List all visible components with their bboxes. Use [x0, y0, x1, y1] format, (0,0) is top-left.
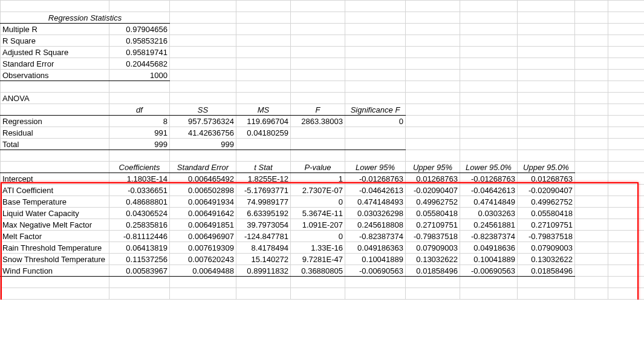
coef-header-pvalue: P-value: [291, 162, 345, 173]
anova-cell: 8: [109, 116, 170, 127]
coef-cell: 0.030326298: [345, 208, 406, 219]
coef-header-upper95b: Upper 95.0%: [518, 162, 575, 173]
coef-cell: 0.474148493: [345, 196, 406, 208]
coef-cell: -0.82387374: [460, 231, 518, 242]
coef-cell: -0.00690563: [345, 265, 406, 277]
coef-cell: 8.4178494: [236, 242, 291, 254]
coef-row-label: Wind Function: [1, 265, 109, 277]
reg-stat-value: 1000: [109, 70, 170, 81]
coef-row-label: Intercept: [1, 173, 109, 185]
anova-cell: [345, 139, 406, 150]
coef-cell: -0.02090407: [518, 185, 575, 196]
coef-row-label: Max Negative Melt Factor: [1, 219, 109, 231]
coef-cell: 0.36880805: [291, 265, 345, 277]
anova-cell: 999: [170, 139, 236, 150]
coef-cell: 0.05580418: [406, 208, 460, 219]
anova-cell: [291, 139, 345, 150]
coef-cell: 39.7973054: [236, 219, 291, 231]
coef-header-tstat: t Stat: [236, 162, 291, 173]
coef-cell: -0.02090407: [406, 185, 460, 196]
coef-cell: 1.33E-16: [291, 242, 345, 254]
coef-cell: 0.47414849: [460, 196, 518, 208]
coef-cell: 2.7307E-07: [291, 185, 345, 196]
anova-cell: 2863.38003: [291, 116, 345, 127]
anova-row-label: Residual: [1, 127, 109, 139]
coef-cell: 0.13032622: [518, 254, 575, 265]
reg-stat-label: Adjusted R Square: [1, 47, 109, 58]
coef-cell: 0.04306524: [109, 208, 170, 219]
coef-cell: 0.07909003: [518, 242, 575, 254]
reg-stats-header: Regression Statistics: [1, 12, 170, 24]
anova-cell: 119.696704: [236, 116, 291, 127]
coef-cell: -0.82387374: [345, 231, 406, 242]
coef-cell: 0.01268763: [406, 173, 460, 185]
coef-cell: -124.847781: [236, 231, 291, 242]
coef-cell: -0.0336651: [109, 185, 170, 196]
anova-header-f: F: [291, 104, 345, 116]
coef-cell: 0.27109751: [406, 219, 460, 231]
coef-cell: 5.3674E-11: [291, 208, 345, 219]
coef-cell: 0.06413819: [109, 242, 170, 254]
anova-cell: 0: [345, 116, 406, 127]
coef-cell: -0.79837518: [518, 231, 575, 242]
coef-cell: -5.17693771: [236, 185, 291, 196]
coef-cell: 1.8255E-12: [236, 173, 291, 185]
anova-row-label: Total: [1, 139, 109, 150]
coef-cell: 74.9989177: [236, 196, 291, 208]
coef-cell: 0.04918636: [460, 242, 518, 254]
anova-cell: 991: [109, 127, 170, 139]
coef-cell: 0.00649488: [170, 265, 236, 277]
reg-stat-value: 0.20445682: [109, 58, 170, 70]
coef-cell: 0.006491642: [170, 208, 236, 219]
coef-cell: 0.05580418: [518, 208, 575, 219]
coef-cell: 0: [291, 196, 345, 208]
coef-cell: 0.01858496: [406, 265, 460, 277]
reg-stat-value: 0.97904656: [109, 24, 170, 35]
anova-cell: 957.5736324: [170, 116, 236, 127]
coef-cell: -0.01268763: [345, 173, 406, 185]
coef-cell: 0.24561881: [460, 219, 518, 231]
coef-cell: 0.007619309: [170, 242, 236, 254]
anova-cell: 0.04180259: [236, 127, 291, 139]
coef-cell: 0: [291, 231, 345, 242]
coef-cell: 1.091E-207: [291, 219, 345, 231]
coef-cell: 0.006502898: [170, 185, 236, 196]
coef-cell: 15.140272: [236, 254, 291, 265]
coef-cell: 0.006496907: [170, 231, 236, 242]
coef-cell: 0.10041889: [345, 254, 406, 265]
coef-header-coefficients: Coefficients: [109, 162, 170, 173]
coef-cell: 0.01858496: [518, 265, 575, 277]
coef-header-stderr: Standard Error: [170, 162, 236, 173]
reg-stat-label: R Square: [1, 35, 109, 47]
coef-row-label: Liquid Water Capacity: [1, 208, 109, 219]
reg-stat-label: Standard Error: [1, 58, 109, 70]
anova-cell: [345, 127, 406, 139]
reg-stat-label: Observations: [1, 70, 109, 81]
anova-cell: [291, 127, 345, 139]
coef-row-label: Melt Factor: [1, 231, 109, 242]
anova-cell: 999: [109, 139, 170, 150]
reg-stat-value: 0.95853216: [109, 35, 170, 47]
coef-row-label: ATI Coefficient: [1, 185, 109, 196]
coef-cell: 0.01268763: [518, 173, 575, 185]
coef-cell: 0.245618808: [345, 219, 406, 231]
coef-cell: 0.0303263: [460, 208, 518, 219]
spreadsheet-grid[interactable]: Regression Statistics Multiple R 0.97904…: [0, 0, 644, 300]
coef-header-lower95b: Lower 95.0%: [460, 162, 518, 173]
coef-cell: -0.04642613: [345, 185, 406, 196]
coef-cell: 0.13032622: [406, 254, 460, 265]
coef-cell: 0.006465492: [170, 173, 236, 185]
coef-cell: 0.00583967: [109, 265, 170, 277]
coef-cell: 0.10041889: [460, 254, 518, 265]
anova-header-ms: MS: [236, 104, 291, 116]
anova-cell: 41.42636756: [170, 127, 236, 139]
anova-cell: [236, 139, 291, 150]
coef-cell: -0.00690563: [460, 265, 518, 277]
anova-row-label: Regression: [1, 116, 109, 127]
coef-cell: -0.01268763: [460, 173, 518, 185]
anova-label: ANOVA: [1, 93, 109, 104]
coef-cell: 0.049186363: [345, 242, 406, 254]
coef-cell: 0.11537256: [109, 254, 170, 265]
coef-cell: 0.48688801: [109, 196, 170, 208]
coef-cell: 0.49962752: [406, 196, 460, 208]
